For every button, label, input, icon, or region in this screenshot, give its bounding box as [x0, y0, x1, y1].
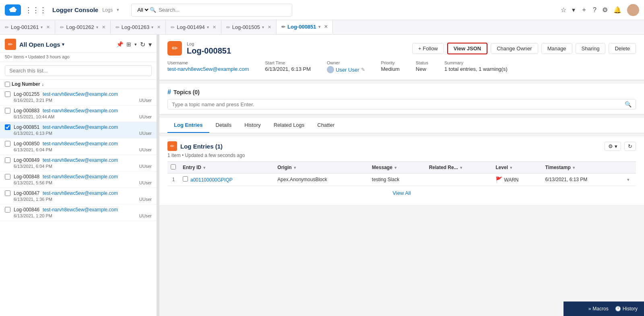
entry-id-link[interactable]: a001100000GPIQP — [190, 177, 233, 183]
tab-chevron-icon[interactable]: ▾ — [96, 25, 98, 29]
change-owner-button[interactable]: Change Owner — [491, 43, 538, 54]
nav-chevron-icon[interactable]: ▾ — [117, 7, 119, 12]
settings-icon[interactable]: ⚙ — [602, 6, 608, 14]
sidebar-item-email[interactable]: test-narvh8ewc5ew@example.com — [43, 108, 118, 114]
tab-chevron-icon[interactable]: ▾ — [207, 25, 209, 29]
favorites-icon[interactable]: ☆ — [561, 6, 566, 14]
sidebar-list-item[interactable]: Log-000883 test-narvh8ewc5ew@example.com… — [0, 105, 157, 122]
sidebar-item-email[interactable]: test-narvh8ewc5ew@example.com — [43, 174, 118, 180]
tab-log-001263[interactable]: ✏ Log-001263 ▾ ✕ — [111, 20, 166, 34]
sidebar-item-checkbox[interactable] — [5, 124, 10, 130]
detail-tab-chatter[interactable]: Chatter — [311, 118, 341, 133]
notifications-icon[interactable]: 🔔 — [613, 6, 621, 14]
view-json-button[interactable]: View JSON — [447, 43, 487, 54]
detail-tab-history[interactable]: History — [238, 118, 267, 133]
tab-close-icon[interactable]: ✕ — [213, 25, 216, 30]
col-header-message[interactable]: Message ▾ — [369, 162, 426, 173]
detail-tab-log-entries[interactable]: Log Entries — [167, 118, 209, 133]
sidebar-item-email[interactable]: test-narvh8ewc5ew@example.com — [43, 190, 118, 196]
tab-chevron-icon[interactable]: ▾ — [151, 25, 153, 29]
sidebar: ✏ All Open Logs ▾ 📌 ⊞ ▾ ↻ ▾ 50+ items • … — [0, 35, 157, 316]
summary-value: 1 total entries, 1 warning(s) — [444, 66, 508, 72]
sidebar-pin-icon[interactable]: 📌 — [116, 41, 123, 48]
detail-tab-details[interactable]: Details — [209, 118, 238, 133]
col-header-related-re[interactable]: Related Re... ▾ — [426, 162, 493, 173]
sidebar-select-all-checkbox[interactable] — [5, 82, 10, 87]
apps-grid-icon[interactable]: ⋮⋮⋮ — [25, 6, 47, 14]
view-all-row: View All — [167, 186, 636, 200]
sidebar-refresh-icon[interactable]: ↻ — [140, 41, 145, 48]
sidebar-search-input[interactable] — [5, 65, 152, 76]
row-actions-dropdown-icon[interactable]: ▾ — [627, 177, 630, 182]
sidebar-item-checkbox[interactable] — [5, 141, 10, 147]
col-header-origin[interactable]: Origin ▾ — [274, 162, 369, 173]
col-header-level[interactable]: Level ▾ — [492, 162, 542, 173]
manage-button[interactable]: Manage — [541, 43, 572, 54]
tab-chevron-icon[interactable]: ▾ — [262, 25, 264, 29]
sidebar-header-chevron-icon[interactable]: ▾ — [62, 42, 64, 47]
delete-button[interactable]: Delete — [609, 43, 636, 54]
tab-edit-icon: ✏ — [116, 25, 120, 30]
topics-input[interactable] — [172, 101, 625, 107]
tab-log-001261[interactable]: ✏ Log-001261 ▾ ✕ — [0, 20, 55, 34]
detail-tab-related-logs[interactable]: Related Logs — [267, 118, 311, 133]
sidebar-item-email[interactable]: test-narvh8ewc5ew@example.com — [43, 124, 118, 130]
sidebar-item-checkbox[interactable] — [5, 108, 10, 114]
sidebar-list-item[interactable]: Log-000851 test-narvh8ewc5ew@example.com… — [0, 122, 157, 138]
nav-chevron-favorites-icon[interactable]: ▾ — [572, 6, 575, 14]
sidebar-item-checkbox[interactable] — [5, 207, 10, 213]
sort-desc-icon[interactable]: ↓ — [42, 82, 44, 87]
tab-log-001494[interactable]: ✏ Log-001494 ▾ ✕ — [166, 20, 221, 34]
tab-close-icon[interactable]: ✕ — [268, 25, 271, 30]
follow-button[interactable]: + Follow — [412, 43, 444, 54]
search-input[interactable] — [156, 7, 288, 13]
sidebar-list-item[interactable]: Log-001255 test-narvh8ewc5ew@example.com… — [0, 89, 157, 105]
sharing-button[interactable]: Sharing — [576, 43, 606, 54]
sidebar-view-chevron-icon[interactable]: ▾ — [134, 42, 137, 47]
col-header-timestamp[interactable]: Timestamp ▾ — [542, 162, 624, 173]
tab-log-000851[interactable]: ✏ Log-000851 ▾ ✕ — [277, 20, 333, 34]
macros-button[interactable]: » Macros — [588, 306, 609, 312]
search-filter-select[interactable]: All — [136, 6, 150, 13]
sidebar-item-email[interactable]: test-narvh8ewc5ew@example.com — [43, 91, 118, 97]
sidebar-item-checkbox[interactable] — [5, 157, 10, 163]
resize-handle[interactable] — [157, 35, 159, 316]
tab-log-001505[interactable]: ✏ Log-001505 ▾ ✕ — [221, 20, 277, 34]
sidebar-item-checkbox[interactable] — [5, 91, 10, 97]
log-entries-settings-button[interactable]: ⚙ ▾ — [605, 142, 621, 151]
add-icon[interactable]: ＋ — [581, 6, 587, 14]
log-entries-refresh-button[interactable]: ↻ — [624, 142, 636, 151]
entry-checkbox[interactable] — [183, 176, 188, 182]
log-name-heading: Log-000851 — [187, 46, 412, 56]
view-all-link[interactable]: View All — [392, 190, 411, 196]
user-avatar[interactable] — [627, 4, 639, 16]
tab-chevron-icon[interactable]: ▾ — [41, 25, 43, 29]
sidebar-list-item[interactable]: Log-000848 test-narvh8ewc5ew@example.com… — [0, 171, 157, 188]
sidebar-list-item[interactable]: Log-000846 test-narvh8ewc5ew@example.com… — [0, 204, 157, 221]
sidebar-list-item[interactable]: Log-000849 test-narvh8ewc5ew@example.com… — [0, 155, 157, 171]
sidebar-item-email[interactable]: test-narvh8ewc5ew@example.com — [43, 157, 118, 163]
history-button[interactable]: 🕐 History — [615, 306, 638, 312]
sidebar-views-icon[interactable]: ⊞ — [126, 41, 131, 48]
tab-close-icon[interactable]: ✕ — [324, 24, 328, 29]
row-actions-cell: ▾ — [624, 173, 636, 186]
tab-close-icon[interactable]: ✕ — [157, 25, 161, 30]
tab-close-icon[interactable]: ✕ — [102, 25, 105, 30]
tab-close-icon[interactable]: ✕ — [46, 25, 50, 30]
sidebar-item-checkbox[interactable] — [5, 190, 10, 196]
sidebar-list-item[interactable]: Log-000847 test-narvh8ewc5ew@example.com… — [0, 188, 157, 204]
owner-value[interactable]: User User — [336, 67, 359, 73]
sidebar-item-email[interactable]: test-narvh8ewc5ew@example.com — [43, 141, 118, 147]
sidebar-item-email[interactable]: test-narvh8ewc5ew@example.com — [43, 207, 118, 213]
owner-edit-icon[interactable]: ✎ — [361, 67, 365, 72]
sidebar-list-item[interactable]: Log-000850 test-narvh8ewc5ew@example.com… — [0, 138, 157, 155]
sidebar-item-checkbox[interactable] — [5, 174, 10, 180]
tab-chevron-icon[interactable]: ▾ — [318, 25, 320, 29]
username-value[interactable]: test-narvh8ewc5ew@example.com — [167, 66, 249, 72]
help-icon[interactable]: ? — [593, 6, 597, 14]
topics-header: # Topics (0) — [167, 89, 636, 96]
select-all-entries-checkbox[interactable] — [171, 164, 176, 169]
col-header-entry-id[interactable]: Entry ID ▾ — [180, 162, 274, 173]
tab-log-001262[interactable]: ✏ Log-001262 ▾ ✕ — [55, 20, 110, 34]
sidebar-more-icon[interactable]: ▾ — [149, 41, 152, 48]
